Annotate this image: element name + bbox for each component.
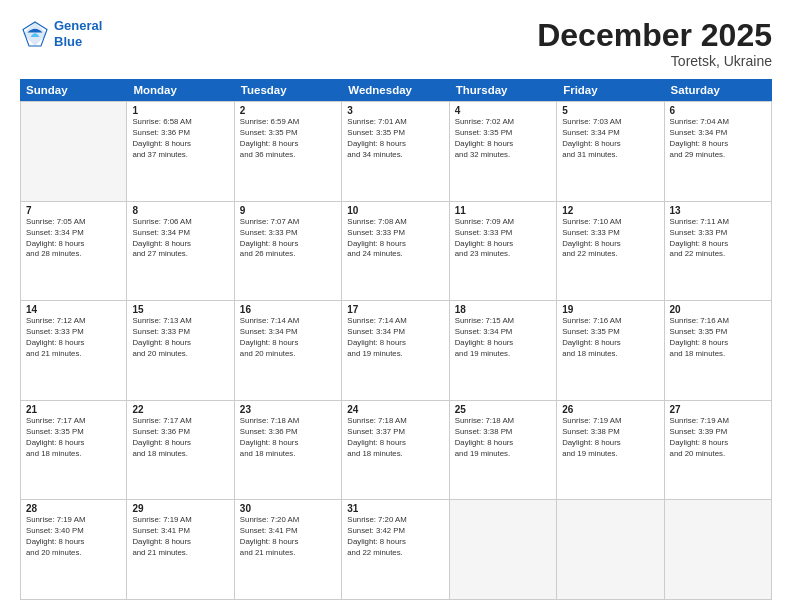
- calendar: SundayMondayTuesdayWednesdayThursdayFrid…: [20, 79, 772, 600]
- calendar-cell-21: 21Sunrise: 7:17 AM Sunset: 3:35 PM Dayli…: [20, 401, 127, 500]
- cell-info: Sunrise: 7:18 AM Sunset: 3:36 PM Dayligh…: [240, 416, 336, 460]
- cell-info: Sunrise: 7:19 AM Sunset: 3:40 PM Dayligh…: [26, 515, 121, 559]
- cell-info: Sunrise: 7:20 AM Sunset: 3:41 PM Dayligh…: [240, 515, 336, 559]
- day-number: 4: [455, 105, 551, 116]
- cell-info: Sunrise: 7:15 AM Sunset: 3:34 PM Dayligh…: [455, 316, 551, 360]
- calendar-cell-28: 28Sunrise: 7:19 AM Sunset: 3:40 PM Dayli…: [20, 500, 127, 599]
- day-number: 9: [240, 205, 336, 216]
- cell-info: Sunrise: 7:16 AM Sunset: 3:35 PM Dayligh…: [562, 316, 658, 360]
- calendar-cell-30: 30Sunrise: 7:20 AM Sunset: 3:41 PM Dayli…: [235, 500, 342, 599]
- calendar-body: 1Sunrise: 6:58 AM Sunset: 3:36 PM Daylig…: [20, 101, 772, 600]
- cell-info: Sunrise: 7:06 AM Sunset: 3:34 PM Dayligh…: [132, 217, 228, 261]
- cell-info: Sunrise: 7:01 AM Sunset: 3:35 PM Dayligh…: [347, 117, 443, 161]
- day-number: 31: [347, 503, 443, 514]
- cell-info: Sunrise: 7:13 AM Sunset: 3:33 PM Dayligh…: [132, 316, 228, 360]
- calendar-cell-5: 5Sunrise: 7:03 AM Sunset: 3:34 PM Daylig…: [557, 102, 664, 201]
- calendar-cell-12: 12Sunrise: 7:10 AM Sunset: 3:33 PM Dayli…: [557, 202, 664, 301]
- calendar-cell-15: 15Sunrise: 7:13 AM Sunset: 3:33 PM Dayli…: [127, 301, 234, 400]
- calendar-cell-3: 3Sunrise: 7:01 AM Sunset: 3:35 PM Daylig…: [342, 102, 449, 201]
- header-day-saturday: Saturday: [665, 79, 772, 101]
- day-number: 18: [455, 304, 551, 315]
- cell-info: Sunrise: 6:59 AM Sunset: 3:35 PM Dayligh…: [240, 117, 336, 161]
- day-number: 22: [132, 404, 228, 415]
- header-day-tuesday: Tuesday: [235, 79, 342, 101]
- calendar-cell-9: 9Sunrise: 7:07 AM Sunset: 3:33 PM Daylig…: [235, 202, 342, 301]
- day-number: 12: [562, 205, 658, 216]
- cell-info: Sunrise: 7:16 AM Sunset: 3:35 PM Dayligh…: [670, 316, 766, 360]
- day-number: 16: [240, 304, 336, 315]
- calendar-cell-25: 25Sunrise: 7:18 AM Sunset: 3:38 PM Dayli…: [450, 401, 557, 500]
- calendar-cell-18: 18Sunrise: 7:15 AM Sunset: 3:34 PM Dayli…: [450, 301, 557, 400]
- day-number: 5: [562, 105, 658, 116]
- calendar-row-1: 1Sunrise: 6:58 AM Sunset: 3:36 PM Daylig…: [20, 101, 772, 202]
- calendar-header: SundayMondayTuesdayWednesdayThursdayFrid…: [20, 79, 772, 101]
- calendar-cell-1: 1Sunrise: 6:58 AM Sunset: 3:36 PM Daylig…: [127, 102, 234, 201]
- calendar-cell-31: 31Sunrise: 7:20 AM Sunset: 3:42 PM Dayli…: [342, 500, 449, 599]
- day-number: 26: [562, 404, 658, 415]
- cell-info: Sunrise: 7:14 AM Sunset: 3:34 PM Dayligh…: [347, 316, 443, 360]
- day-number: 13: [670, 205, 766, 216]
- day-number: 11: [455, 205, 551, 216]
- cell-info: Sunrise: 7:07 AM Sunset: 3:33 PM Dayligh…: [240, 217, 336, 261]
- cell-info: Sunrise: 7:17 AM Sunset: 3:36 PM Dayligh…: [132, 416, 228, 460]
- calendar-cell-empty: [20, 102, 127, 201]
- day-number: 1: [132, 105, 228, 116]
- calendar-cell-19: 19Sunrise: 7:16 AM Sunset: 3:35 PM Dayli…: [557, 301, 664, 400]
- cell-info: Sunrise: 7:18 AM Sunset: 3:38 PM Dayligh…: [455, 416, 551, 460]
- day-number: 8: [132, 205, 228, 216]
- calendar-cell-24: 24Sunrise: 7:18 AM Sunset: 3:37 PM Dayli…: [342, 401, 449, 500]
- header: General Blue December 2025 Toretsk, Ukra…: [20, 18, 772, 69]
- day-number: 15: [132, 304, 228, 315]
- cell-info: Sunrise: 7:19 AM Sunset: 3:39 PM Dayligh…: [670, 416, 766, 460]
- day-number: 10: [347, 205, 443, 216]
- day-number: 30: [240, 503, 336, 514]
- page: General Blue December 2025 Toretsk, Ukra…: [0, 0, 792, 612]
- cell-info: Sunrise: 7:17 AM Sunset: 3:35 PM Dayligh…: [26, 416, 121, 460]
- calendar-cell-6: 6Sunrise: 7:04 AM Sunset: 3:34 PM Daylig…: [665, 102, 772, 201]
- cell-info: Sunrise: 7:05 AM Sunset: 3:34 PM Dayligh…: [26, 217, 121, 261]
- cell-info: Sunrise: 7:09 AM Sunset: 3:33 PM Dayligh…: [455, 217, 551, 261]
- calendar-cell-10: 10Sunrise: 7:08 AM Sunset: 3:33 PM Dayli…: [342, 202, 449, 301]
- logo-icon: [20, 19, 50, 49]
- day-number: 7: [26, 205, 121, 216]
- day-number: 6: [670, 105, 766, 116]
- calendar-cell-17: 17Sunrise: 7:14 AM Sunset: 3:34 PM Dayli…: [342, 301, 449, 400]
- day-number: 29: [132, 503, 228, 514]
- cell-info: Sunrise: 7:14 AM Sunset: 3:34 PM Dayligh…: [240, 316, 336, 360]
- header-day-monday: Monday: [127, 79, 234, 101]
- logo: General Blue: [20, 18, 102, 49]
- day-number: 19: [562, 304, 658, 315]
- day-number: 24: [347, 404, 443, 415]
- calendar-cell-empty: [665, 500, 772, 599]
- cell-info: Sunrise: 7:04 AM Sunset: 3:34 PM Dayligh…: [670, 117, 766, 161]
- calendar-cell-4: 4Sunrise: 7:02 AM Sunset: 3:35 PM Daylig…: [450, 102, 557, 201]
- day-number: 14: [26, 304, 121, 315]
- day-number: 28: [26, 503, 121, 514]
- day-number: 27: [670, 404, 766, 415]
- calendar-row-5: 28Sunrise: 7:19 AM Sunset: 3:40 PM Dayli…: [20, 500, 772, 600]
- day-number: 2: [240, 105, 336, 116]
- cell-info: Sunrise: 7:02 AM Sunset: 3:35 PM Dayligh…: [455, 117, 551, 161]
- logo-text: General Blue: [54, 18, 102, 49]
- calendar-cell-empty: [557, 500, 664, 599]
- calendar-cell-empty: [450, 500, 557, 599]
- calendar-row-2: 7Sunrise: 7:05 AM Sunset: 3:34 PM Daylig…: [20, 202, 772, 302]
- calendar-cell-16: 16Sunrise: 7:14 AM Sunset: 3:34 PM Dayli…: [235, 301, 342, 400]
- title-area: December 2025 Toretsk, Ukraine: [537, 18, 772, 69]
- header-day-friday: Friday: [557, 79, 664, 101]
- day-number: 21: [26, 404, 121, 415]
- cell-info: Sunrise: 7:10 AM Sunset: 3:33 PM Dayligh…: [562, 217, 658, 261]
- cell-info: Sunrise: 7:19 AM Sunset: 3:38 PM Dayligh…: [562, 416, 658, 460]
- calendar-cell-27: 27Sunrise: 7:19 AM Sunset: 3:39 PM Dayli…: [665, 401, 772, 500]
- calendar-cell-7: 7Sunrise: 7:05 AM Sunset: 3:34 PM Daylig…: [20, 202, 127, 301]
- header-day-thursday: Thursday: [450, 79, 557, 101]
- location: Toretsk, Ukraine: [537, 53, 772, 69]
- calendar-cell-13: 13Sunrise: 7:11 AM Sunset: 3:33 PM Dayli…: [665, 202, 772, 301]
- cell-info: Sunrise: 7:20 AM Sunset: 3:42 PM Dayligh…: [347, 515, 443, 559]
- day-number: 3: [347, 105, 443, 116]
- logo-line2: Blue: [54, 34, 82, 49]
- cell-info: Sunrise: 7:19 AM Sunset: 3:41 PM Dayligh…: [132, 515, 228, 559]
- day-number: 20: [670, 304, 766, 315]
- calendar-cell-14: 14Sunrise: 7:12 AM Sunset: 3:33 PM Dayli…: [20, 301, 127, 400]
- cell-info: Sunrise: 7:18 AM Sunset: 3:37 PM Dayligh…: [347, 416, 443, 460]
